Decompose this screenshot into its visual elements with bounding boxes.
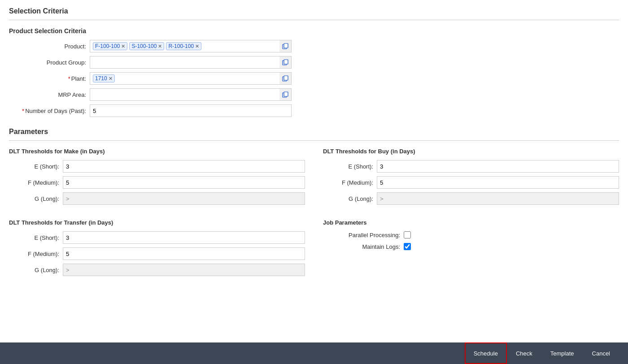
dlt-make-f-input[interactable]: [63, 176, 305, 189]
dlt-buy-f-label: F (Medium):: [323, 179, 377, 186]
dlt-buy-g-input[interactable]: [377, 192, 619, 205]
page-title: Selection Criteria: [9, 7, 619, 20]
product-tag-f100-label: F-100-100: [95, 43, 120, 49]
mrp-area-input-container: [90, 88, 292, 101]
product-tag-s100[interactable]: S-100-100 ✕: [129, 42, 164, 50]
dlt-transfer-group: DLT Thresholds for Transfer (in Days) E …: [9, 219, 305, 280]
dlt-transfer-e-input[interactable]: [63, 231, 305, 244]
job-params-title: Job Parameters: [323, 219, 619, 226]
dlt-buy-e-label: E (Short):: [323, 163, 377, 170]
dlt-make-g-input[interactable]: [63, 192, 305, 205]
dlt-transfer-g-row: G (Long):: [9, 264, 305, 276]
product-selection-section: Product Selection Criteria Product: F-10…: [9, 27, 619, 117]
dlt-buy-title: DLT Thresholds for Buy (in Days): [323, 148, 619, 155]
copy-icon-4: [282, 91, 288, 98]
dlt-make-e-label: E (Short):: [9, 163, 63, 170]
copy-icon-2: [282, 59, 288, 65]
params-grid: DLT Thresholds for Make (in Days) E (Sho…: [9, 148, 619, 280]
dlt-buy-group: DLT Thresholds for Buy (in Days) E (Shor…: [323, 148, 619, 208]
template-button[interactable]: Template: [541, 342, 583, 364]
dlt-make-title: DLT Thresholds for Make (in Days): [9, 148, 305, 155]
product-group-tag-input[interactable]: [90, 56, 279, 69]
dlt-buy-e-row: E (Short):: [323, 160, 619, 173]
parallel-processing-checkbox[interactable]: [404, 231, 411, 238]
plant-row: *Plant: 1710 ✕: [9, 72, 619, 85]
product-tag-input[interactable]: F-100-100 ✕ S-100-100 ✕ R-100-100 ✕: [90, 40, 279, 52]
num-days-input[interactable]: [90, 104, 292, 117]
plant-tag-1710-close[interactable]: ✕: [109, 76, 113, 82]
maintain-logs-row: Maintain Logs:: [323, 243, 619, 250]
schedule-button[interactable]: Schedule: [465, 342, 507, 364]
product-section-title: Product Selection Criteria: [9, 27, 619, 35]
product-tag-f100[interactable]: F-100-100 ✕: [93, 42, 127, 50]
dlt-buy-f-row: F (Medium):: [323, 176, 619, 189]
dlt-buy-g-label: G (Long):: [323, 195, 377, 202]
dlt-make-e-row: E (Short):: [9, 160, 305, 173]
job-params-group: Job Parameters Parallel Processing: Main…: [323, 219, 619, 280]
dlt-make-f-label: F (Medium):: [9, 179, 63, 186]
num-days-required-star: *: [22, 108, 24, 114]
dlt-buy-e-input[interactable]: [377, 160, 619, 173]
plant-tag-input[interactable]: 1710 ✕: [90, 72, 279, 85]
svg-rect-7: [284, 92, 288, 96]
dlt-transfer-f-input[interactable]: [63, 247, 305, 260]
product-tag-f100-close[interactable]: ✕: [121, 43, 125, 49]
svg-rect-1: [284, 43, 288, 48]
dlt-make-e-input[interactable]: [63, 160, 305, 173]
product-tag-r100-label: R-100-100: [168, 43, 194, 49]
mrp-area-row: MRP Area:: [9, 88, 619, 101]
dlt-transfer-title: DLT Thresholds for Transfer (in Days): [9, 219, 305, 226]
copy-icon: [282, 43, 288, 49]
maintain-logs-checkbox[interactable]: [404, 243, 411, 250]
copy-icon-3: [282, 75, 288, 82]
plant-browse-button[interactable]: [279, 72, 292, 85]
dlt-make-f-row: F (Medium):: [9, 176, 305, 189]
product-group-browse-button[interactable]: [279, 56, 292, 69]
mrp-area-tag-input[interactable]: [90, 88, 279, 101]
mrp-area-label: MRP Area:: [9, 91, 90, 98]
svg-rect-5: [284, 76, 288, 80]
product-input-container: F-100-100 ✕ S-100-100 ✕ R-100-100 ✕: [90, 40, 292, 52]
svg-rect-3: [284, 60, 288, 64]
product-tag-r100[interactable]: R-100-100 ✕: [166, 42, 201, 50]
footer-bar: Schedule Check Template Cancel: [0, 342, 628, 364]
product-row: Product: F-100-100 ✕ S-100-100 ✕ R-100-1…: [9, 40, 619, 52]
num-days-label: *Number of Days (Past):: [9, 108, 90, 114]
dlt-transfer-e-label: E (Short):: [9, 234, 63, 241]
plant-input-container: 1710 ✕: [90, 72, 292, 85]
parameters-section: Parameters DLT Thresholds for Make (in D…: [9, 128, 619, 280]
product-tag-s100-close[interactable]: ✕: [158, 43, 162, 49]
check-button[interactable]: Check: [507, 342, 541, 364]
parallel-processing-label: Parallel Processing:: [323, 232, 404, 238]
product-group-input-container: [90, 56, 292, 69]
product-group-row: Product Group:: [9, 56, 619, 69]
dlt-make-g-label: G (Long):: [9, 195, 63, 202]
plant-label: *Plant:: [9, 75, 90, 82]
plant-tag-1710[interactable]: 1710 ✕: [93, 74, 115, 82]
dlt-transfer-g-label: G (Long):: [9, 267, 63, 273]
product-tag-r100-close[interactable]: ✕: [195, 43, 199, 49]
num-days-row: *Number of Days (Past):: [9, 104, 619, 117]
dlt-transfer-f-label: F (Medium):: [9, 251, 63, 257]
maintain-logs-label: Maintain Logs:: [323, 243, 404, 250]
parameters-section-title: Parameters: [9, 128, 619, 141]
plant-required-star: *: [68, 75, 70, 82]
cancel-button[interactable]: Cancel: [583, 342, 619, 364]
dlt-transfer-e-row: E (Short):: [9, 231, 305, 244]
product-browse-button[interactable]: [279, 40, 292, 52]
dlt-buy-f-input[interactable]: [377, 176, 619, 189]
mrp-area-browse-button[interactable]: [279, 88, 292, 101]
product-tag-s100-label: S-100-100: [131, 43, 157, 49]
dlt-make-group: DLT Thresholds for Make (in Days) E (Sho…: [9, 148, 305, 208]
product-label: Product:: [9, 43, 90, 50]
dlt-transfer-f-row: F (Medium):: [9, 247, 305, 260]
product-group-label: Product Group:: [9, 59, 90, 66]
plant-tag-1710-label: 1710: [95, 75, 107, 82]
dlt-buy-g-row: G (Long):: [323, 192, 619, 205]
dlt-make-g-row: G (Long):: [9, 192, 305, 205]
dlt-transfer-g-input[interactable]: [63, 264, 305, 276]
parallel-processing-row: Parallel Processing:: [323, 231, 619, 238]
